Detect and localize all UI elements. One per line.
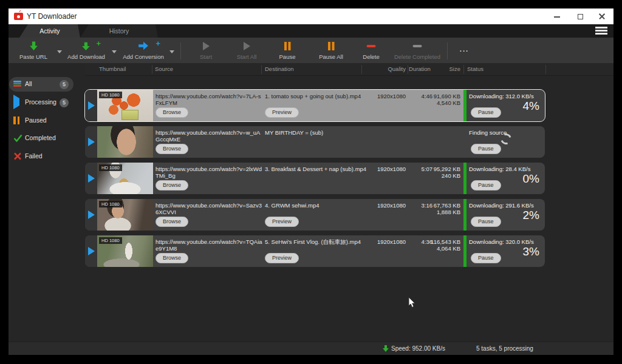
title-bar: YT Downloader	[9, 8, 613, 24]
start-all-button[interactable]: Start All	[227, 41, 266, 61]
row-pause-button[interactable]: Pause	[471, 107, 501, 118]
destination-file: MY BIRTHDAY = (sub)	[265, 129, 374, 136]
start-icon	[188, 41, 224, 52]
maximize-icon	[578, 14, 583, 19]
screen: YT Downloader Activity History Paste URL…	[0, 0, 622, 364]
play-icon	[88, 247, 95, 255]
browse-button[interactable]: Browse	[156, 107, 188, 118]
completed-icon	[13, 134, 22, 143]
progress-bar	[463, 90, 466, 121]
play-icon	[88, 138, 95, 146]
add-download-dropdown-icon[interactable]	[112, 50, 117, 53]
browse-button[interactable]: Browse	[156, 180, 188, 190]
video-thumbnail	[97, 126, 153, 158]
add-download-button[interactable]: + Add Download	[64, 41, 108, 61]
maximize-button[interactable]	[570, 8, 590, 24]
sidebar-item-paused[interactable]: Paused	[9, 113, 73, 128]
sidebar-item-processing[interactable]: Processing 5	[9, 95, 73, 110]
preview-button[interactable]: Preview	[265, 217, 299, 227]
processing-indicator	[85, 199, 97, 231]
play-icon	[88, 174, 95, 183]
progress-bar	[463, 199, 466, 231]
task-row-5[interactable]: HD 1080 https://www.youtube.com/watch?v=…	[85, 235, 545, 267]
processing-indicator	[85, 90, 97, 121]
quality-value: 1920x1080	[364, 166, 406, 172]
quality-value: 1920x1080	[364, 238, 406, 245]
add-conversion-button[interactable]: + Add Conversion	[119, 41, 168, 61]
delete-completed-icon	[391, 41, 443, 52]
task-row-2[interactable]: https://www.youtube.com/watch?v=w_uAGccq…	[85, 126, 545, 158]
hd-badge: HD 1080	[99, 201, 122, 207]
pause-icon	[270, 41, 305, 52]
app-window: YT Downloader Activity History Paste URL…	[9, 8, 613, 355]
pause-button[interactable]: Pause	[270, 41, 305, 61]
all-filter-icon	[13, 80, 22, 89]
task-row-3[interactable]: HD 1080 https://www.youtube.com/watch?v=…	[85, 163, 545, 194]
task-row-4[interactable]: HD 1080 https://www.youtube.com/watch?v=…	[85, 199, 545, 231]
browse-button[interactable]: Browse	[156, 144, 188, 154]
source-url: https://www.youtube.com/watch?v=2lxWdTMi…	[156, 166, 264, 179]
processing-count-badge: 5	[60, 98, 69, 107]
row-pause-button[interactable]: Pause	[471, 253, 501, 263]
pause-all-button[interactable]: Pause All	[312, 41, 350, 61]
mouse-cursor	[408, 297, 416, 311]
download-speed-icon	[383, 345, 389, 353]
delete-completed-button[interactable]: Delete Completed	[391, 41, 443, 61]
quality-value: 1920x1080	[364, 93, 406, 99]
menu-icon[interactable]	[595, 27, 607, 35]
row-pause-button[interactable]: Pause	[471, 180, 501, 190]
processing-icon	[13, 98, 22, 107]
col-size[interactable]: Size	[413, 66, 460, 72]
col-status[interactable]: Status	[467, 66, 484, 72]
minimize-button[interactable]	[547, 8, 567, 24]
preview-button[interactable]: Preview	[265, 107, 299, 118]
destination-file: 4. GRWM sehwi.mp4	[265, 202, 374, 209]
progress-bar	[463, 163, 466, 194]
processing-indicator	[85, 163, 97, 194]
browse-button[interactable]: Browse	[156, 253, 188, 263]
more-button[interactable]: ...	[452, 41, 476, 61]
quality-value: 1920x1080	[364, 202, 406, 209]
processing-indicator	[85, 235, 97, 267]
start-all-icon	[227, 41, 266, 52]
percent-value: 4%	[523, 99, 539, 113]
col-source[interactable]: Source	[155, 66, 173, 72]
add-conversion-icon: +	[119, 41, 168, 52]
paste-url-button[interactable]: Paste URL	[15, 41, 52, 61]
sidebar-item-all[interactable]: All 5	[9, 77, 73, 92]
toolbar: Paste URL + Add Download + Add Conversio…	[9, 38, 613, 63]
play-icon	[88, 211, 95, 219]
video-thumbnail: HD 1080	[97, 235, 153, 267]
paused-icon	[13, 116, 22, 125]
preview-button[interactable]: Preview	[265, 253, 299, 263]
failed-icon	[13, 152, 22, 161]
col-destination[interactable]: Destination	[265, 66, 294, 72]
destination-file: 3. Breakfast & Dessert + nap (sub).mp4	[265, 166, 374, 172]
sidebar: All 5 Processing 5 Paused Completed Fail…	[9, 63, 85, 342]
tab-history[interactable]: History	[80, 24, 158, 38]
row-pause-button[interactable]: Pause	[471, 217, 501, 227]
percent-value: 0%	[523, 172, 539, 186]
destination-file: 5. SeHwi's First Vlog. (自転車旅).mp4	[265, 238, 374, 245]
col-thumbnail[interactable]: Thumbnail	[99, 66, 126, 72]
browse-button[interactable]: Browse	[156, 217, 188, 227]
close-button[interactable]	[592, 8, 612, 24]
tab-activity[interactable]: Activity	[19, 24, 80, 38]
status-text: Downloading: 312.0 KB/s	[469, 93, 541, 99]
source-url: https://www.youtube.com/watch?v=TQAiae9Y…	[156, 238, 264, 252]
status-text: Downloading: 28.4 KB/s	[469, 166, 541, 172]
row-pause-button[interactable]: Pause	[471, 144, 501, 154]
table-header: Thumbnail Source Destination Quality Dur…	[85, 63, 613, 76]
progress-bar	[463, 235, 466, 267]
add-conversion-dropdown-icon[interactable]	[169, 50, 174, 53]
start-button[interactable]: Start	[188, 41, 224, 61]
paste-url-dropdown-icon[interactable]	[57, 50, 62, 53]
task-row-1[interactable]: HD 1080 https://www.youtube.com/watch?v=…	[85, 90, 545, 121]
size-value: 67,763 KB1,888 KB	[413, 202, 460, 215]
sidebar-item-failed[interactable]: Failed	[9, 149, 73, 164]
delete-button[interactable]: Delete	[354, 41, 389, 61]
col-quality[interactable]: Quality	[364, 66, 406, 72]
sidebar-item-completed[interactable]: Completed	[9, 131, 73, 146]
delete-icon	[354, 41, 389, 52]
source-url: https://www.youtube.com/watch?v=w_uAGccq…	[156, 129, 264, 143]
